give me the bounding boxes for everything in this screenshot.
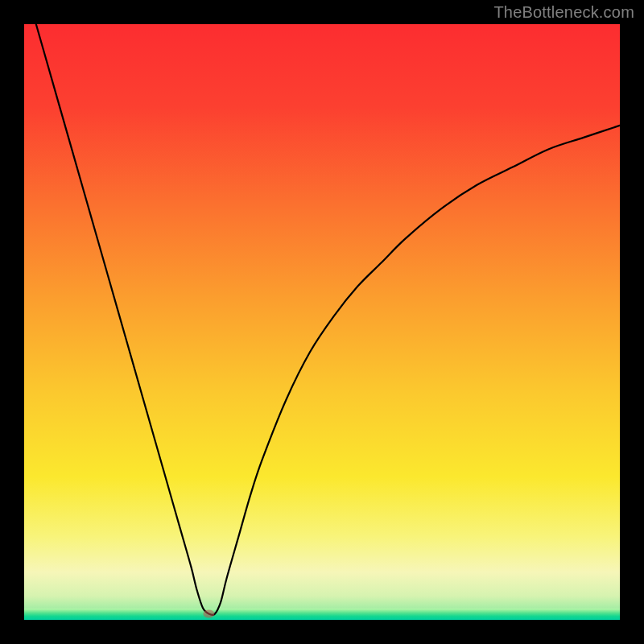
optimal-point-marker xyxy=(203,610,214,618)
watermark-text: TheBottleneck.com xyxy=(493,3,634,22)
chart-frame: TheBottleneck.com xyxy=(0,0,644,644)
plot-area xyxy=(24,24,620,620)
bottleneck-curve xyxy=(24,24,620,615)
curve-layer xyxy=(24,24,620,620)
